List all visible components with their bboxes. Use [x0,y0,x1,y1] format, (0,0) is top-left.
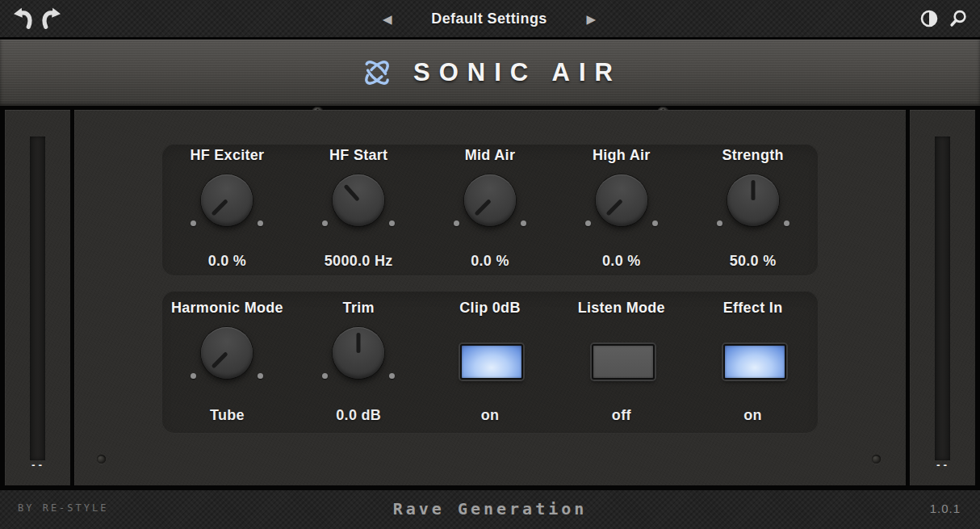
knob-pointer [357,333,361,353]
contrast-toggle-button[interactable] [917,6,941,31]
plugin-title: Rave Generation [0,499,980,519]
right-level-meter [935,136,950,460]
control-value: 50.0 % [687,253,819,270]
control-high-air: High Air 0.0 % [555,144,687,276]
control-value: 0.0 % [425,253,556,270]
control-value: off [555,407,687,424]
control-hf-exciter: HF Exciter 0.0 % [161,144,293,276]
control-effect-in: Effect In on [687,291,819,434]
mid-air-knob[interactable] [464,174,516,226]
control-value: 0.0 % [555,253,687,270]
control-label: HF Exciter [161,147,293,164]
control-label: Harmonic Mode [161,300,293,317]
control-label: Strength [687,147,819,164]
control-group-mode: Harmonic Mode Tube Trim 0.0 dB Clip 0dB … [161,291,819,434]
control-label: Clip 0dB [425,300,556,317]
redo-icon [38,6,64,31]
clip-0db-toggle[interactable] [460,344,523,380]
control-value: 0.0 % [161,253,293,270]
strength-knob[interactable] [727,174,779,226]
knob-max-dot [784,220,789,226]
version-label: 1.0.1 [930,502,961,515]
hf-exciter-knob[interactable] [201,174,253,226]
control-trim: Trim 0.0 dB [293,291,425,434]
knob-pointer [751,180,755,200]
contrast-icon [919,9,939,28]
knob-min-dot [191,373,196,379]
knob-pointer [605,199,622,216]
hf-start-knob[interactable] [333,174,384,226]
orbit-logo-icon [358,54,396,91]
control-label: High Air [555,147,687,164]
redo-button[interactable] [38,6,64,31]
left-meter-panel: -- [5,110,70,485]
knob-pointer [344,184,360,202]
knob-max-dot [652,220,658,226]
control-label: HF Start [293,147,425,164]
undo-icon [10,6,36,31]
screw-icon [872,455,881,464]
left-level-meter [30,136,45,460]
footer-bar: BY RE-STYLE Rave Generation 1.0.1 [0,490,980,529]
control-label: Listen Mode [555,300,687,317]
control-label: Mid Air [425,147,556,164]
effect-in-toggle[interactable] [723,344,786,380]
knob-min-dot [454,220,459,226]
top-toolbar: ◀ Default Settings ▶ [0,0,980,37]
control-listen-mode: Listen Mode off [555,291,687,434]
control-label: Trim [293,300,425,317]
high-air-knob[interactable] [596,174,647,226]
control-value: Tube [161,407,293,424]
control-clip-0db: Clip 0dB on [425,291,556,434]
preset-next-icon[interactable]: ▶ [581,10,601,28]
right-meter-panel: -- [910,110,975,485]
control-value: 0.0 dB [293,407,425,424]
knob-pointer [211,351,228,368]
control-mid-air: Mid Air 0.0 % [425,144,556,276]
knob-min-dot [717,220,722,226]
undo-button[interactable] [10,6,36,31]
main-panel: HF Exciter 0.0 % HF Start 5000.0 Hz Mid … [74,110,906,485]
knob-min-dot [322,220,328,226]
control-label: Effect In [687,300,819,317]
knob-max-dot [258,220,263,226]
control-value: on [425,407,556,424]
control-hf-start: HF Start 5000.0 Hz [293,144,425,276]
right-meter-readout: -- [910,460,975,470]
knob-max-dot [389,373,395,379]
control-strength: Strength 50.0 % [687,144,819,276]
knob-min-dot [322,373,328,379]
knob-min-dot [191,220,196,226]
magnifier-icon [949,9,968,28]
preset-name[interactable]: Default Settings [431,10,547,27]
knob-max-dot [389,220,395,226]
control-value: on [687,407,819,424]
control-value: 5000.0 Hz [293,253,425,270]
knob-pointer [475,199,492,216]
knob-pointer [211,199,228,216]
knob-min-dot [585,220,591,226]
harmonic-mode-knob[interactable] [201,327,253,379]
screw-icon [97,455,106,464]
zoom-button[interactable] [946,6,970,31]
listen-mode-toggle[interactable] [592,344,655,380]
brand-header: SONIC AIR [0,40,980,106]
left-meter-readout: -- [5,460,70,470]
brand-title: SONIC AIR [413,58,622,87]
knob-max-dot [521,220,526,226]
control-harmonic-mode: Harmonic Mode Tube [161,291,293,434]
knob-max-dot [258,373,263,379]
knob-group-air: HF Exciter 0.0 % HF Start 5000.0 Hz Mid … [161,144,819,276]
preset-prev-icon[interactable]: ◀ [378,10,397,28]
trim-knob[interactable] [333,327,384,379]
brand: SONIC AIR [0,40,980,106]
preset-navigator: ◀ Default Settings ▶ [378,0,601,37]
